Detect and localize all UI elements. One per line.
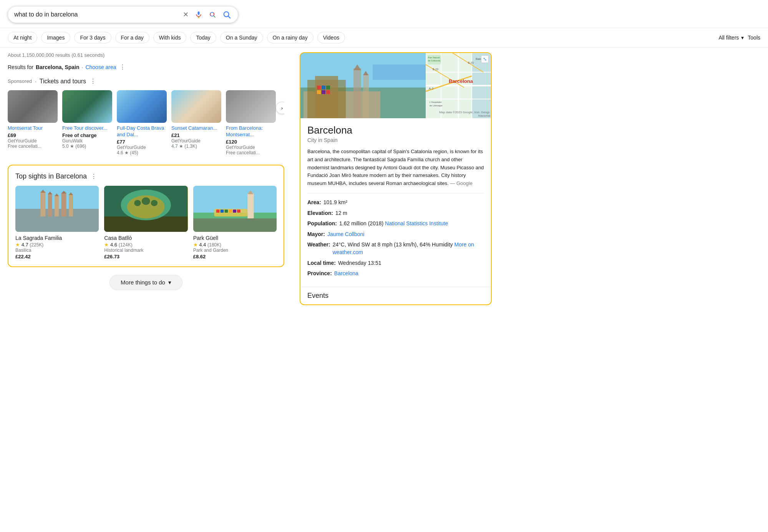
tour-card-provider-4: GetYourGuide <box>171 138 221 144</box>
weather-label: Weather: <box>307 241 330 256</box>
svg-text:Barcelona: Barcelona <box>449 78 473 84</box>
search-input[interactable] <box>14 11 182 18</box>
more-options-icon[interactable]: ⋮ <box>119 63 126 71</box>
results-info: About 1,150,000,000 results (0.61 second… <box>8 52 284 58</box>
sponsored-header: Sponsored · Tickets and tours ⋮ <box>8 78 284 85</box>
city-description: Barcelona, the cosmopolitan capital of S… <box>307 148 484 193</box>
fact-weather: Weather: 24°C, Wind SW at 8 mph (13 km/h… <box>307 241 484 256</box>
tour-card-image-2 <box>62 90 112 123</box>
city-subtitle: City in Spain <box>307 137 484 143</box>
all-filters-button[interactable]: All filters ▾ <box>718 35 744 41</box>
chip-at-night[interactable]: At night <box>8 32 37 43</box>
chip-for-a-day[interactable]: For a day <box>115 32 149 43</box>
svg-rect-10 <box>40 192 45 216</box>
sight-card-guell[interactable]: Park Güell ★ 4.4 (180K) Park and Garden … <box>193 186 277 259</box>
choose-area-link[interactable]: Choose area <box>85 64 116 70</box>
tour-card-image-3 <box>117 90 167 123</box>
search-bar: ✕ <box>8 6 238 23</box>
sight-image-sagrada <box>15 186 99 232</box>
tour-card-note-5: Free cancellati... <box>226 150 276 155</box>
lens-button[interactable] <box>208 10 217 19</box>
sights-cards: La Sagrada Familia ★ 4.7 (225K) Basilica… <box>15 186 277 259</box>
mayor-label: Mayor: <box>307 231 325 238</box>
mic-button[interactable] <box>194 10 203 19</box>
tour-card-title-5: From Barcelona: Montserrat... <box>226 125 276 138</box>
tour-card-5[interactable]: From Barcelona: Montserrat... £120 GetYo… <box>226 90 276 155</box>
more-things-button[interactable]: More things to do ▾ <box>109 275 182 290</box>
svg-rect-45 <box>322 86 325 89</box>
sight-rating-guell: ★ 4.4 (180K) <box>193 242 277 248</box>
sponsored-title: Tickets and tours <box>40 78 86 85</box>
events-section: Events <box>300 287 491 304</box>
map-expand-button[interactable]: ⤡ <box>481 55 489 63</box>
fact-elevation: Elevation: 12 m <box>307 210 484 217</box>
all-filters-label: All filters <box>718 35 739 41</box>
info-panel: A-2 B-20 B-23 Parc Natural de Collserola… <box>300 52 492 305</box>
chip-videos[interactable]: Videos <box>317 32 345 43</box>
location-bar: Results for Barcelona, Spain · Choose ar… <box>8 63 284 71</box>
localtime-label: Local time: <box>307 259 336 267</box>
tour-card-price-4: £21 <box>171 132 221 138</box>
sight-price-guell: £8.62 <box>193 254 277 259</box>
svg-text:de Collserola: de Collserola <box>428 59 441 62</box>
mayor-link[interactable]: Jaume Collboni <box>327 231 365 238</box>
sight-name-batllo: Casa Batllò <box>104 235 187 241</box>
top-sights-more-icon[interactable]: ⋮ <box>91 173 97 180</box>
svg-rect-16 <box>61 193 66 216</box>
top-sights-title: Top sights in Barcelona <box>15 172 87 180</box>
sight-type-sagrada: Basilica <box>15 248 99 253</box>
tour-card-4[interactable]: Sunset Catamaran... £21 GetYourGuide 4.7… <box>171 90 221 155</box>
tour-card-image-4 <box>171 90 221 123</box>
fact-localtime: Local time: Wednesday 13:51 <box>307 259 484 267</box>
tour-card-1[interactable]: Montserrat Tour £69 GetYourGuide Free ca… <box>8 90 58 155</box>
search-button[interactable] <box>222 10 232 20</box>
svg-rect-43 <box>315 76 338 118</box>
chip-with-kids[interactable]: With kids <box>153 32 187 43</box>
svg-line-5 <box>214 16 215 17</box>
svg-rect-48 <box>322 90 325 94</box>
carousel-next-button[interactable]: › <box>276 102 284 114</box>
chevron-right-icon: › <box>281 105 283 111</box>
svg-rect-49 <box>326 90 330 94</box>
chip-today[interactable]: Today <box>190 32 216 43</box>
more-things-label: More things to do <box>121 279 165 286</box>
svg-rect-52 <box>363 74 369 118</box>
sight-card-batllo[interactable]: Casa Batllò ★ 4.6 (124K) Historical land… <box>104 186 187 259</box>
svg-line-7 <box>228 16 230 18</box>
chip-on-a-rainy-day[interactable]: On a rainy day <box>267 32 314 43</box>
more-things-wrap: More things to do ▾ <box>8 275 284 290</box>
province-label: Province: <box>307 270 332 278</box>
star-icon: ★ <box>104 242 109 248</box>
sponsored-label: Sponsored <box>8 78 32 84</box>
source-attribution: — Google <box>450 180 473 186</box>
svg-rect-44 <box>317 86 321 89</box>
tour-card-price-1: £69 <box>8 132 58 138</box>
tour-card-price-3: £77 <box>117 139 167 145</box>
tour-card-price-2: Free of charge <box>62 132 112 138</box>
location-name: Barcelona, Spain <box>36 64 80 70</box>
main-layout: About 1,150,000,000 results (0.61 second… <box>0 48 499 305</box>
tour-card-image-1 <box>8 90 58 123</box>
tools-button[interactable]: Tools <box>748 35 760 41</box>
city-map[interactable]: A-2 B-20 B-23 Parc Natural de Collserola… <box>426 53 491 118</box>
tour-card-3[interactable]: Full-Day Costa Brava and Dal... £77 GetY… <box>117 90 167 155</box>
tour-card-note-4: 4.7 ★ (1.3K) <box>171 144 221 149</box>
population-value: 1.62 million (2018) <box>339 220 383 228</box>
tour-card-provider-2: GuruWalk <box>62 138 112 144</box>
sponsored-more-icon[interactable]: ⋮ <box>90 78 96 85</box>
chip-for-3-days[interactable]: For 3 days <box>74 32 111 43</box>
svg-rect-14 <box>55 195 59 216</box>
sight-type-batllo: Historical landmark <box>104 248 187 253</box>
chip-images[interactable]: Images <box>41 32 70 43</box>
sight-rating-sagrada: ★ 4.7 (225K) <box>15 242 99 248</box>
tour-card-note-1: Free cancellati... <box>8 144 58 149</box>
sight-card-sagrada[interactable]: La Sagrada Familia ★ 4.7 (225K) Basilica… <box>15 186 99 259</box>
national-stats-link[interactable]: National Statistics Institute <box>385 220 448 228</box>
svg-rect-36 <box>229 210 232 213</box>
province-link[interactable]: Barcelona <box>334 270 358 278</box>
clear-button[interactable]: ✕ <box>182 10 189 20</box>
svg-text:A-2: A-2 <box>429 87 434 90</box>
chip-on-a-sunday[interactable]: On a Sunday <box>220 32 263 43</box>
tour-card-2[interactable]: Free Tour discover... Free of charge Gur… <box>62 90 112 155</box>
svg-point-26 <box>151 200 158 206</box>
